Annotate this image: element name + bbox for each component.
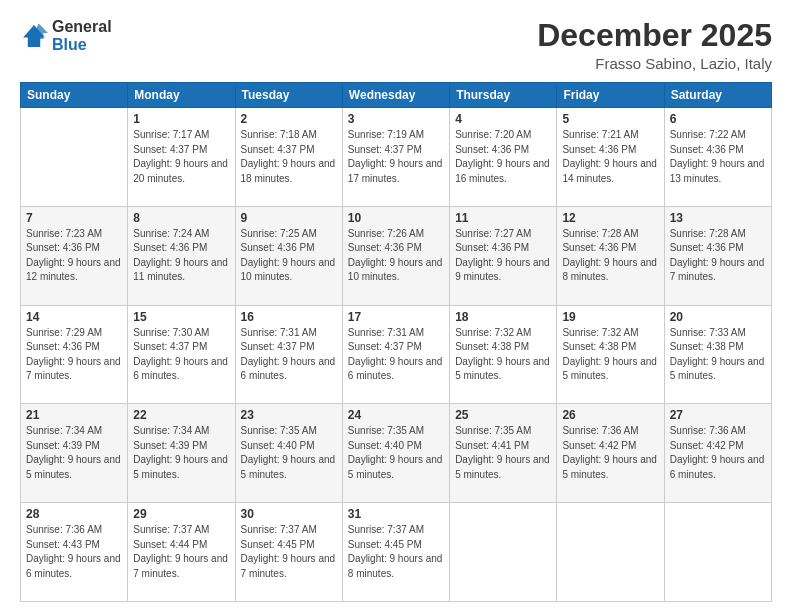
column-header-monday: Monday	[128, 83, 235, 108]
day-number: 9	[241, 211, 337, 225]
day-number: 20	[670, 310, 766, 324]
day-info: Sunrise: 7:36 AM Sunset: 4:42 PM Dayligh…	[562, 424, 658, 482]
day-cell: 23Sunrise: 7:35 AM Sunset: 4:40 PM Dayli…	[235, 404, 342, 503]
day-cell: 20Sunrise: 7:33 AM Sunset: 4:38 PM Dayli…	[664, 305, 771, 404]
week-row-4: 21Sunrise: 7:34 AM Sunset: 4:39 PM Dayli…	[21, 404, 772, 503]
top-section: General Blue December 2025 Frasso Sabino…	[20, 18, 772, 72]
day-number: 27	[670, 408, 766, 422]
day-cell: 7Sunrise: 7:23 AM Sunset: 4:36 PM Daylig…	[21, 206, 128, 305]
day-cell: 28Sunrise: 7:36 AM Sunset: 4:43 PM Dayli…	[21, 503, 128, 602]
day-number: 31	[348, 507, 444, 521]
day-cell: 29Sunrise: 7:37 AM Sunset: 4:44 PM Dayli…	[128, 503, 235, 602]
day-info: Sunrise: 7:36 AM Sunset: 4:43 PM Dayligh…	[26, 523, 122, 581]
day-info: Sunrise: 7:24 AM Sunset: 4:36 PM Dayligh…	[133, 227, 229, 285]
day-info: Sunrise: 7:26 AM Sunset: 4:36 PM Dayligh…	[348, 227, 444, 285]
day-number: 25	[455, 408, 551, 422]
day-info: Sunrise: 7:32 AM Sunset: 4:38 PM Dayligh…	[455, 326, 551, 384]
day-cell: 31Sunrise: 7:37 AM Sunset: 4:45 PM Dayli…	[342, 503, 449, 602]
column-header-saturday: Saturday	[664, 83, 771, 108]
day-number: 26	[562, 408, 658, 422]
day-info: Sunrise: 7:37 AM Sunset: 4:44 PM Dayligh…	[133, 523, 229, 581]
logo-icon	[20, 22, 48, 50]
day-number: 18	[455, 310, 551, 324]
day-number: 3	[348, 112, 444, 126]
day-info: Sunrise: 7:22 AM Sunset: 4:36 PM Dayligh…	[670, 128, 766, 186]
page: General Blue December 2025 Frasso Sabino…	[0, 0, 792, 612]
day-cell: 4Sunrise: 7:20 AM Sunset: 4:36 PM Daylig…	[450, 108, 557, 207]
day-cell: 11Sunrise: 7:27 AM Sunset: 4:36 PM Dayli…	[450, 206, 557, 305]
day-number: 29	[133, 507, 229, 521]
day-cell: 9Sunrise: 7:25 AM Sunset: 4:36 PM Daylig…	[235, 206, 342, 305]
day-info: Sunrise: 7:19 AM Sunset: 4:37 PM Dayligh…	[348, 128, 444, 186]
day-cell: 6Sunrise: 7:22 AM Sunset: 4:36 PM Daylig…	[664, 108, 771, 207]
header-right: December 2025 Frasso Sabino, Lazio, Ital…	[537, 18, 772, 72]
day-info: Sunrise: 7:37 AM Sunset: 4:45 PM Dayligh…	[348, 523, 444, 581]
day-cell: 2Sunrise: 7:18 AM Sunset: 4:37 PM Daylig…	[235, 108, 342, 207]
logo-text: General Blue	[52, 18, 112, 54]
day-cell: 13Sunrise: 7:28 AM Sunset: 4:36 PM Dayli…	[664, 206, 771, 305]
day-cell: 21Sunrise: 7:34 AM Sunset: 4:39 PM Dayli…	[21, 404, 128, 503]
day-number: 11	[455, 211, 551, 225]
day-cell: 17Sunrise: 7:31 AM Sunset: 4:37 PM Dayli…	[342, 305, 449, 404]
logo-line1: General	[52, 18, 112, 36]
day-cell: 26Sunrise: 7:36 AM Sunset: 4:42 PM Dayli…	[557, 404, 664, 503]
day-cell	[557, 503, 664, 602]
subtitle: Frasso Sabino, Lazio, Italy	[537, 55, 772, 72]
day-cell: 27Sunrise: 7:36 AM Sunset: 4:42 PM Dayli…	[664, 404, 771, 503]
day-number: 21	[26, 408, 122, 422]
day-cell: 19Sunrise: 7:32 AM Sunset: 4:38 PM Dayli…	[557, 305, 664, 404]
day-number: 5	[562, 112, 658, 126]
day-number: 4	[455, 112, 551, 126]
calendar-header-row: SundayMondayTuesdayWednesdayThursdayFrid…	[21, 83, 772, 108]
day-number: 28	[26, 507, 122, 521]
day-number: 17	[348, 310, 444, 324]
day-info: Sunrise: 7:35 AM Sunset: 4:40 PM Dayligh…	[348, 424, 444, 482]
day-number: 19	[562, 310, 658, 324]
day-number: 15	[133, 310, 229, 324]
week-row-1: 1Sunrise: 7:17 AM Sunset: 4:37 PM Daylig…	[21, 108, 772, 207]
week-row-2: 7Sunrise: 7:23 AM Sunset: 4:36 PM Daylig…	[21, 206, 772, 305]
day-cell	[450, 503, 557, 602]
day-number: 30	[241, 507, 337, 521]
day-number: 10	[348, 211, 444, 225]
day-cell	[21, 108, 128, 207]
day-cell	[664, 503, 771, 602]
day-number: 14	[26, 310, 122, 324]
day-info: Sunrise: 7:30 AM Sunset: 4:37 PM Dayligh…	[133, 326, 229, 384]
day-number: 1	[133, 112, 229, 126]
main-title: December 2025	[537, 18, 772, 53]
day-cell: 14Sunrise: 7:29 AM Sunset: 4:36 PM Dayli…	[21, 305, 128, 404]
day-number: 13	[670, 211, 766, 225]
day-info: Sunrise: 7:18 AM Sunset: 4:37 PM Dayligh…	[241, 128, 337, 186]
day-cell: 16Sunrise: 7:31 AM Sunset: 4:37 PM Dayli…	[235, 305, 342, 404]
day-info: Sunrise: 7:32 AM Sunset: 4:38 PM Dayligh…	[562, 326, 658, 384]
day-cell: 24Sunrise: 7:35 AM Sunset: 4:40 PM Dayli…	[342, 404, 449, 503]
logo: General Blue	[20, 18, 112, 54]
day-info: Sunrise: 7:31 AM Sunset: 4:37 PM Dayligh…	[241, 326, 337, 384]
day-info: Sunrise: 7:36 AM Sunset: 4:42 PM Dayligh…	[670, 424, 766, 482]
column-header-sunday: Sunday	[21, 83, 128, 108]
day-number: 23	[241, 408, 337, 422]
week-row-3: 14Sunrise: 7:29 AM Sunset: 4:36 PM Dayli…	[21, 305, 772, 404]
day-cell: 25Sunrise: 7:35 AM Sunset: 4:41 PM Dayli…	[450, 404, 557, 503]
day-number: 7	[26, 211, 122, 225]
day-info: Sunrise: 7:29 AM Sunset: 4:36 PM Dayligh…	[26, 326, 122, 384]
column-header-wednesday: Wednesday	[342, 83, 449, 108]
day-number: 22	[133, 408, 229, 422]
day-info: Sunrise: 7:21 AM Sunset: 4:36 PM Dayligh…	[562, 128, 658, 186]
day-number: 2	[241, 112, 337, 126]
day-cell: 22Sunrise: 7:34 AM Sunset: 4:39 PM Dayli…	[128, 404, 235, 503]
day-cell: 12Sunrise: 7:28 AM Sunset: 4:36 PM Dayli…	[557, 206, 664, 305]
logo-line2: Blue	[52, 36, 112, 54]
day-cell: 18Sunrise: 7:32 AM Sunset: 4:38 PM Dayli…	[450, 305, 557, 404]
day-cell: 30Sunrise: 7:37 AM Sunset: 4:45 PM Dayli…	[235, 503, 342, 602]
day-info: Sunrise: 7:31 AM Sunset: 4:37 PM Dayligh…	[348, 326, 444, 384]
day-number: 12	[562, 211, 658, 225]
day-info: Sunrise: 7:27 AM Sunset: 4:36 PM Dayligh…	[455, 227, 551, 285]
day-cell: 10Sunrise: 7:26 AM Sunset: 4:36 PM Dayli…	[342, 206, 449, 305]
day-cell: 3Sunrise: 7:19 AM Sunset: 4:37 PM Daylig…	[342, 108, 449, 207]
day-cell: 5Sunrise: 7:21 AM Sunset: 4:36 PM Daylig…	[557, 108, 664, 207]
day-info: Sunrise: 7:28 AM Sunset: 4:36 PM Dayligh…	[670, 227, 766, 285]
week-row-5: 28Sunrise: 7:36 AM Sunset: 4:43 PM Dayli…	[21, 503, 772, 602]
day-cell: 15Sunrise: 7:30 AM Sunset: 4:37 PM Dayli…	[128, 305, 235, 404]
